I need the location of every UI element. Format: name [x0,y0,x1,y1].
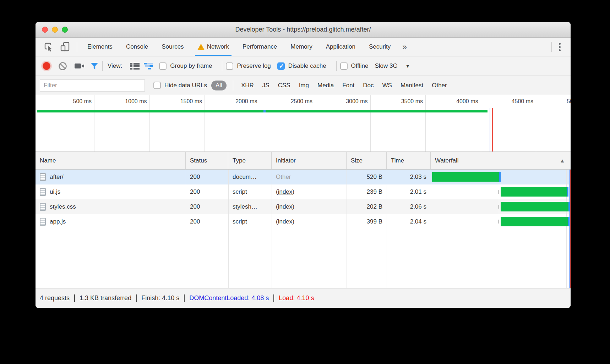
initiator-link[interactable]: (index) [276,218,294,225]
column-header-type[interactable]: Type [228,152,272,169]
tab-security[interactable]: Security [362,38,397,56]
dcl-line [490,108,490,151]
initiator-link[interactable]: (index) [276,203,294,210]
divider [551,42,552,52]
tab-application[interactable]: Application [319,38,362,56]
table-row[interactable]: ui.js 200 script (index) 239 B 2.01 s [36,184,571,199]
record-button[interactable] [43,62,50,70]
finish-time: Finish: 4.10 s [141,294,179,302]
waterfall-view-icon[interactable] [144,62,153,70]
filter-type-ws[interactable]: WS [378,82,396,89]
column-header-status[interactable]: Status [186,152,228,169]
device-toolbar-icon[interactable] [57,42,73,52]
tab-network[interactable]: Network [191,38,236,56]
column-header-size[interactable]: Size [347,152,387,169]
tab-console[interactable]: Console [119,38,155,56]
group-by-frame-checkbox[interactable]: Group by frame [159,62,212,70]
load-time: Load: 4.10 s [279,294,314,302]
titlebar: Developer Tools - https://preload.glitch… [36,22,571,38]
document-icon [40,173,46,181]
filter-type-font[interactable]: Font [338,82,359,89]
main-toolbar: Elements Console Sources Network Perform… [36,38,571,56]
checkbox-icon[interactable] [226,62,233,70]
chevron-down-icon: ▼ [405,64,410,69]
disable-cache-checkbox[interactable]: Disable cache [277,62,326,70]
transferred-size: 1.3 KB transferred [80,294,131,302]
tick-label: 1000 ms [94,95,150,151]
sort-ascending-icon: ▲ [560,158,565,164]
tab-memory[interactable]: Memory [284,38,319,56]
time-cell: 2.04 s [387,214,431,229]
filter-type-other[interactable]: Other [427,82,451,89]
filter-type-js[interactable]: JS [258,82,274,89]
time-cell: 2.03 s [387,170,431,184]
capture-screenshots-icon[interactable] [75,63,85,69]
filter-icon[interactable] [90,62,99,70]
filter-type-xhr[interactable]: XHR [237,82,258,89]
toolbar-right [548,41,571,53]
hide-data-urls-checkbox[interactable]: Hide data URLs [153,82,207,89]
checkbox-icon[interactable] [153,82,161,89]
devtools-window: Developer Tools - https://preload.glitch… [36,22,571,308]
initiator-cell: Other [272,170,347,184]
document-icon [40,188,46,196]
minimize-button[interactable] [52,27,58,33]
tab-sources[interactable]: Sources [155,38,190,56]
more-tabs-icon[interactable]: » [402,43,407,51]
overview-dcl-marker [263,110,266,112]
checkbox-icon[interactable] [159,62,167,70]
document-icon [40,203,46,211]
column-header-initiator[interactable]: Initiator [272,152,347,169]
divider [77,42,77,52]
name-cell: ui.js [36,184,186,199]
divider [74,294,75,302]
filter-bar: Hide data URLs All XHR JS CSS Img Media … [36,76,571,95]
divider [336,61,337,71]
table-row[interactable]: app.js 200 script (index) 399 B 2.04 s [36,214,571,229]
tab-elements[interactable]: Elements [81,38,119,56]
divider [222,61,222,71]
inspect-element-icon[interactable] [40,42,57,52]
preserve-log-checkbox[interactable]: Preserve log [226,62,271,70]
checkbox-icon[interactable] [340,62,348,70]
filter-type-css[interactable]: CSS [274,82,295,89]
tab-performance[interactable]: Performance [236,38,284,56]
type-cell: script [228,214,272,229]
table-row[interactable]: after/ 200 docum… Other 520 B 2.03 s [36,170,571,184]
offline-checkbox[interactable]: Offline [340,62,369,70]
tick-label: 5000 ms [536,95,571,151]
tick-label: 3000 ms [315,95,371,151]
timeline-overview[interactable]: 500 ms 1000 ms 1500 ms 2000 ms 2500 ms 3… [36,95,571,152]
initiator-cell: (index) [272,184,347,199]
column-header-name[interactable]: Name [36,152,186,169]
filter-type-media[interactable]: Media [313,82,338,89]
initiator-link[interactable]: (index) [276,188,294,195]
waterfall-cell [431,170,571,184]
panel-tabs: Elements Console Sources Network Perform… [81,38,397,56]
waterfall-cell [431,184,571,199]
maximize-button[interactable] [62,27,68,33]
throttling-select[interactable]: Slow 3G ▼ [375,62,410,70]
filter-type-doc[interactable]: Doc [359,82,378,89]
filter-input[interactable] [40,79,145,92]
status-cell: 200 [186,184,228,199]
list-view-icon[interactable] [130,62,140,70]
filter-type-all[interactable]: All [211,81,227,90]
type-cell: script [228,184,272,199]
tick-label: 2000 ms [205,95,260,151]
close-button[interactable] [42,27,48,33]
tick-label: 2500 ms [260,95,316,151]
type-cell: stylesh… [228,199,272,214]
table-row[interactable]: styles.css 200 stylesh… (index) 202 B 2.… [36,199,571,214]
column-header-waterfall[interactable]: Waterfall ▲ [431,152,571,169]
column-header-time[interactable]: Time [387,152,431,169]
type-cell: docum… [228,170,272,184]
initiator-cell: (index) [272,214,347,229]
filter-type-img[interactable]: Img [295,82,313,89]
checkbox-icon[interactable] [277,62,285,70]
filter-type-manifest[interactable]: Manifest [396,82,427,89]
waterfall-cell [431,214,571,229]
time-cell: 2.01 s [387,184,431,199]
clear-icon[interactable] [58,62,67,71]
devtools-menu-icon[interactable] [555,41,564,53]
